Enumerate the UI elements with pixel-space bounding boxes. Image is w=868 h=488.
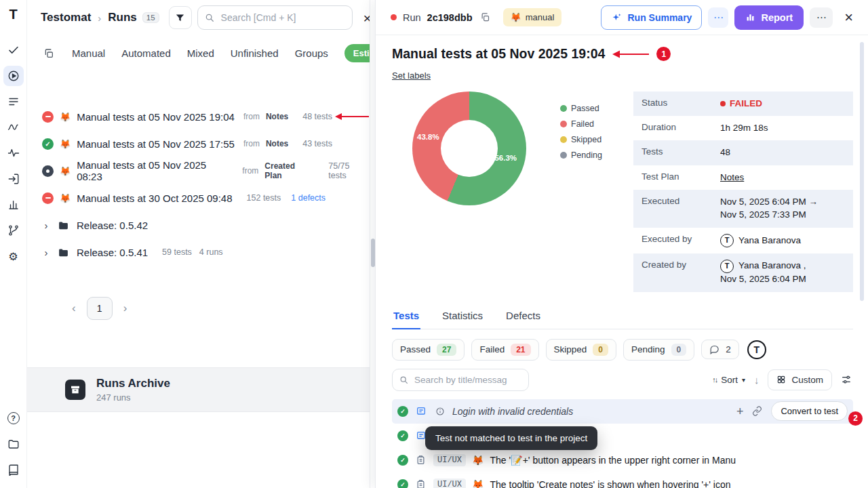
test-list-icon[interactable] — [3, 92, 24, 112]
tests-search[interactable] — [392, 369, 529, 391]
filter-button[interactable] — [169, 6, 192, 29]
filter-chip-pending[interactable]: Pending0 — [623, 339, 694, 361]
runs-archive-row[interactable]: Runs Archive 247 runs — [27, 367, 370, 412]
test-title: Login with invalid credentials — [452, 406, 573, 417]
tasks-check-icon[interactable] — [3, 40, 24, 60]
tune-filters-button[interactable] — [840, 373, 853, 386]
run-title: Manual tests at 05 Nov 2025 17:55 — [77, 138, 235, 150]
run-row-1[interactable]: 🦊 Manual tests at 05 Nov 2025 19:04 from… — [38, 103, 370, 130]
settings-gear-icon[interactable]: ⚙ — [3, 246, 24, 266]
info-row-tests: Tests 48 — [633, 140, 853, 165]
info-row-status: Status FAILED — [633, 92, 853, 116]
set-labels-link[interactable]: Set labels — [392, 70, 431, 81]
test-plan-link[interactable]: Notes — [720, 172, 744, 182]
runs-view-toggle-icon[interactable] — [42, 47, 56, 60]
test-row-3[interactable]: ✓ UI/UX 🦊 The '📝+' button appears in the… — [392, 448, 853, 472]
filter-chip-comments[interactable]: 2 — [701, 340, 739, 359]
detail-tabs: Tests Statistics Defects — [392, 304, 853, 329]
filter-chip-skipped[interactable]: Skipped0 — [546, 339, 616, 361]
analytics-wave-icon[interactable] — [3, 117, 24, 138]
assignee-avatar[interactable]: T — [747, 340, 766, 359]
folder-title: Release: 0.5.42 — [77, 220, 148, 231]
run-tests-count: 152 tests — [247, 193, 281, 203]
tab-statistics[interactable]: Statistics — [441, 304, 484, 329]
detail-close-button[interactable]: × — [839, 10, 859, 25]
next-page-button[interactable]: › — [123, 302, 127, 315]
release-folder-row-1[interactable]: › Release: 0.5.42 — [38, 211, 370, 239]
legend-failed: Failed — [560, 119, 613, 129]
test-passed-icon: ✓ — [397, 479, 408, 488]
test-row-1[interactable]: ✓ Login with invalid credentials + Conve… — [392, 399, 853, 424]
release-folder-row-2[interactable]: › Release: 0.5.41 59 tests 4 runs — [38, 239, 370, 266]
chevron-right-icon[interactable]: › — [42, 220, 50, 231]
download-button[interactable]: ↓ — [753, 374, 761, 386]
annotation-marker-1: 1 — [656, 47, 671, 61]
custom-view-button[interactable]: Custom — [768, 369, 832, 390]
runs-tab-mixed[interactable]: Mixed — [187, 47, 214, 59]
fox-emoji: 🦊 — [60, 139, 71, 149]
docs-book-icon[interactable] — [3, 460, 24, 480]
help-icon[interactable]: ? — [3, 408, 24, 428]
runs-tab-automated[interactable]: Automated — [121, 47, 171, 59]
info-row-created-by: Created by TYana Baranova , Nov 5, 2025 … — [633, 253, 853, 292]
page-1-button[interactable]: 1 — [87, 297, 113, 320]
pending-count: 0 — [671, 344, 687, 356]
changelog-folder-icon[interactable] — [3, 434, 24, 454]
detail-scrollbar[interactable] — [860, 42, 864, 301]
breadcrumb-app[interactable]: Testomat — [41, 11, 91, 24]
runs-search[interactable] — [197, 5, 353, 30]
run-info-table: Status FAILED Duration 1h 29m 18s Tests … — [633, 92, 853, 292]
fox-emoji: 🦊 — [472, 479, 484, 488]
filter-chip-passed[interactable]: Passed27 — [392, 339, 465, 361]
fox-emoji: 🦊 — [472, 455, 484, 466]
run-defects-link[interactable]: 1 defects — [291, 193, 326, 203]
annotation-arrow-title — [612, 49, 650, 59]
tests-search-input[interactable] — [413, 374, 521, 386]
badge-label: manual — [526, 12, 555, 22]
annotation-marker-2: 2 — [848, 411, 863, 426]
legend-pending: Pending — [560, 150, 613, 160]
copy-run-id-button[interactable] — [479, 11, 492, 24]
prev-page-button[interactable]: ‹ — [72, 302, 76, 315]
run-row-3[interactable]: 🦊 Manual tests at 05 Nov 2025 08:23 from… — [38, 157, 370, 184]
chevron-right-icon[interactable]: › — [42, 247, 50, 258]
pulse-icon[interactable] — [3, 143, 24, 163]
report-button[interactable]: Report — [734, 5, 804, 30]
folder-tests-count: 59 tests — [162, 247, 192, 257]
test-passed-icon: ✓ — [397, 430, 408, 441]
breadcrumb-section[interactable]: Runs — [108, 11, 137, 24]
search-icon — [205, 13, 214, 22]
runs-icon[interactable] — [3, 66, 24, 86]
import-icon[interactable] — [3, 169, 24, 189]
tab-defects[interactable]: Defects — [505, 304, 542, 329]
tab-tests[interactable]: Tests — [392, 304, 420, 329]
archive-title: Runs Archive — [96, 377, 170, 390]
testomat-logo[interactable]: T — [9, 7, 17, 22]
link-icon[interactable] — [751, 405, 764, 418]
folder-title: Release: 0.5.41 — [77, 247, 148, 258]
run-summary-button[interactable]: Run Summary — [601, 5, 702, 30]
branches-icon[interactable] — [3, 220, 24, 241]
filter-chip-failed[interactable]: Failed21 — [471, 339, 538, 361]
runs-panel-close-button[interactable]: × — [358, 11, 370, 25]
add-icon[interactable]: + — [736, 405, 744, 418]
manual-label-badge[interactable]: 🦊 manual — [503, 8, 562, 26]
runs-tab-manual[interactable]: Manual — [72, 47, 105, 59]
run-row-2[interactable]: ✓ 🦊 Manual tests at 05 Nov 2025 17:55 fr… — [38, 130, 370, 157]
runs-search-input[interactable] — [220, 12, 345, 24]
result-filters: Passed27 Failed21 Skipped0 Pending0 2 T — [392, 339, 853, 361]
grid-icon — [776, 375, 786, 384]
convert-to-test-button[interactable]: Convert to test — [771, 401, 848, 421]
runs-tab-estimate[interactable]: Estim — [344, 44, 370, 62]
run-tests-count: 75/75 tests — [328, 161, 370, 180]
test-passed-icon: ✓ — [397, 455, 408, 466]
run-row-4[interactable]: 🦊 Manual tests at 30 Oct 2025 09:48 152 … — [38, 184, 370, 211]
runs-tab-groups[interactable]: Groups — [295, 47, 328, 59]
runs-tab-unfinished[interactable]: Unfinished — [231, 47, 279, 59]
run-more-button[interactable]: ⋯ — [810, 7, 833, 28]
sort-button[interactable]: ↑↓ Sort ▾ — [712, 375, 745, 385]
test-row-4[interactable]: ✓ UI/UX 🦊 The tooltip 'Create notes' is … — [392, 472, 853, 488]
reports-chart-icon[interactable] — [3, 195, 24, 215]
run-from-value: Notes — [266, 112, 288, 121]
summary-more-button[interactable]: ⋯ — [708, 7, 728, 28]
